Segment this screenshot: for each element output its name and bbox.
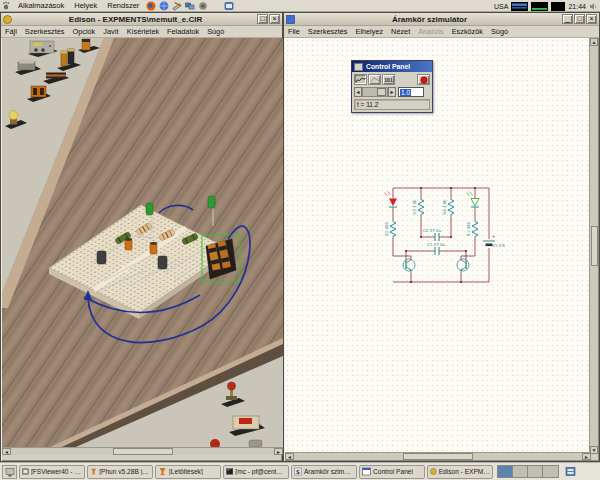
workspace-1[interactable] xyxy=(498,466,513,477)
network-monitor-applet[interactable] xyxy=(511,2,528,11)
simulator-minimize-button[interactable]: _ xyxy=(562,14,573,24)
scroll-left-icon[interactable]: ◄ xyxy=(2,448,11,455)
edison-menu-repair[interactable]: Javít xyxy=(99,27,122,36)
edison-maximize-button[interactable]: □ xyxy=(257,14,268,24)
panel-status-area: USA 21:44 xyxy=(494,0,598,12)
simulator-menubar: File Szerkesztés Elhelyez Nézet Analízis… xyxy=(284,26,599,38)
analog-display-button[interactable] xyxy=(354,74,367,85)
sim-menu-view[interactable]: Nézet xyxy=(387,27,414,36)
speed-thumb[interactable] xyxy=(377,88,386,96)
scroll-thumb[interactable] xyxy=(113,448,173,455)
edison-menu-tasks[interactable]: Feladatok xyxy=(163,27,203,36)
time-multiplier-field[interactable]: 1.0 xyxy=(398,87,424,97)
simulator-horizontal-scrollbar[interactable]: ◄ ► xyxy=(285,452,591,460)
speed-scrollbar[interactable]: ◄ ► xyxy=(354,87,396,97)
sim-menu-help[interactable]: Súgó xyxy=(487,27,512,36)
edison-menu-file[interactable]: Fájl xyxy=(1,27,21,36)
edison-menu-options[interactable]: Opciók xyxy=(69,27,100,36)
transistor-1[interactable] xyxy=(97,251,106,264)
simulator-close-button[interactable]: × xyxy=(586,14,597,24)
led-symbol-off[interactable] xyxy=(467,192,480,208)
edison-3d-workbench[interactable]: ◄ ► xyxy=(2,38,283,455)
edison-menu-help[interactable]: Súgó xyxy=(203,27,228,36)
task-mc-terminal[interactable]: [mc - pf@centos5.s... xyxy=(223,465,289,479)
edison-menu-edit[interactable]: Szerkesztés xyxy=(21,27,69,36)
system-menu[interactable]: Rendszer xyxy=(102,0,144,12)
led-green-2[interactable] xyxy=(208,196,215,208)
edison-close-button[interactable]: × xyxy=(269,14,280,24)
gnome-top-panel: Alkalmazások Helyek Rendszer USA xyxy=(0,0,600,12)
edison-horizontal-scrollbar[interactable]: ◄ ► xyxy=(2,447,283,455)
simulation-time-status: t = 11.2 xyxy=(354,99,430,110)
control-panel-titlebar[interactable]: Control Panel xyxy=(352,61,432,72)
capacitor-1[interactable] xyxy=(125,238,132,250)
control-panel-window[interactable]: Control Panel 101 ◄ xyxy=(351,60,433,113)
places-menu[interactable]: Helyek xyxy=(69,0,102,12)
speed-left-icon[interactable]: ◄ xyxy=(354,87,362,97)
oscilloscope-button[interactable] xyxy=(368,74,381,85)
hscroll-thumb[interactable] xyxy=(403,453,473,460)
sim-menu-tools[interactable]: Eszközök xyxy=(448,27,487,36)
workspace-switcher[interactable] xyxy=(497,465,559,478)
task-phun[interactable]: [Phun v5.28B | [orig... xyxy=(87,465,153,479)
keyboard-layout-indicator[interactable]: USA xyxy=(494,3,508,10)
vscroll-thumb[interactable] xyxy=(591,226,598,266)
label-v1: V1 4.5 xyxy=(492,243,505,248)
breadboard-scene[interactable] xyxy=(2,38,283,447)
monitor-applet[interactable] xyxy=(551,2,565,11)
digital-display-button[interactable]: 101 xyxy=(382,74,395,85)
task-control-panel[interactable]: Control Panel xyxy=(359,465,425,479)
show-desktop-button[interactable] xyxy=(2,465,17,479)
task-edison[interactable]: Edison - EXPMENTS\... xyxy=(427,465,493,479)
sim-menu-analysis: Analízis xyxy=(414,27,448,36)
edison-window-title: Edison - EXPMENTS\memult_e.CIR xyxy=(15,15,256,24)
simulator-vertical-scrollbar[interactable]: ▲ ▼ xyxy=(589,38,598,454)
workspace-4[interactable] xyxy=(543,466,558,477)
volume-control-icon[interactable] xyxy=(197,0,208,11)
scroll-right-icon[interactable]: ► xyxy=(274,448,283,455)
cpu-monitor-applet[interactable] xyxy=(531,2,548,11)
speaker-icon[interactable] xyxy=(589,2,598,11)
sim-menu-edit[interactable]: Szerkesztés xyxy=(304,27,352,36)
control-panel-system-icon[interactable] xyxy=(354,63,363,71)
speed-track[interactable] xyxy=(362,87,388,97)
transistor-symbols[interactable] xyxy=(403,259,469,271)
drawer-icon[interactable] xyxy=(563,465,577,479)
web-browser-icon[interactable] xyxy=(158,0,169,11)
transistor-2[interactable] xyxy=(158,256,167,269)
led-green-1[interactable] xyxy=(146,203,153,215)
workspace-3[interactable] xyxy=(528,466,543,477)
scroll-down-icon[interactable]: ▼ xyxy=(590,446,598,454)
sim-menu-place[interactable]: Elhelyez xyxy=(352,27,388,36)
control-panel-speed-row: ◄ ► 1.0 xyxy=(352,86,432,98)
speed-right-icon[interactable]: ► xyxy=(388,87,396,97)
applications-menu[interactable]: Alkalmazások xyxy=(13,0,69,12)
scroll-left-icon[interactable]: ◄ xyxy=(285,453,294,460)
simulator-titlebar[interactable]: Áramkör szimulátor _ □ × xyxy=(284,13,599,26)
control-panel-toolbar: 101 xyxy=(352,72,432,86)
run-stop-button[interactable] xyxy=(417,74,430,85)
capacitor-2[interactable] xyxy=(150,242,157,254)
sim-menu-file[interactable]: File xyxy=(284,27,304,36)
task-simulator[interactable]: S Áramkör szimulátor xyxy=(291,465,357,479)
shelf-grey-component[interactable] xyxy=(249,440,262,447)
gnome-foot-icon[interactable] xyxy=(1,0,12,11)
task-downloads[interactable]: [Letöltések] xyxy=(155,465,221,479)
graphics-icon[interactable] xyxy=(171,0,182,11)
terminal-launcher-icon[interactable] xyxy=(223,0,234,11)
simulator-maximize-button[interactable]: □ xyxy=(574,14,585,24)
multivibrator-schematic[interactable]: R2 450 R3 3.9k R4 3.9k R1 450 C2 47.0u C… xyxy=(383,180,508,292)
label-r3: R3 3.9k xyxy=(412,199,417,215)
scroll-up-icon[interactable]: ▲ xyxy=(590,38,598,46)
edison-titlebar[interactable]: Edison - EXPMENTS\memult_e.CIR □ × xyxy=(1,13,282,26)
workspace-2[interactable] xyxy=(513,466,528,477)
firefox-icon[interactable] xyxy=(145,0,156,11)
edison-menu-experiments[interactable]: Kísérletek xyxy=(123,27,163,36)
dual-screens-icon[interactable] xyxy=(184,0,195,11)
schematic-canvas[interactable]: Control Panel 101 ◄ xyxy=(285,38,591,454)
clock[interactable]: 21:44 xyxy=(568,3,586,10)
task-fsviewer[interactable]: [FSViewer40 - Fájlbö... xyxy=(19,465,85,479)
svg-text:S: S xyxy=(296,469,300,475)
led-symbol-on[interactable] xyxy=(385,192,398,208)
scroll-right-icon[interactable]: ► xyxy=(582,453,591,460)
